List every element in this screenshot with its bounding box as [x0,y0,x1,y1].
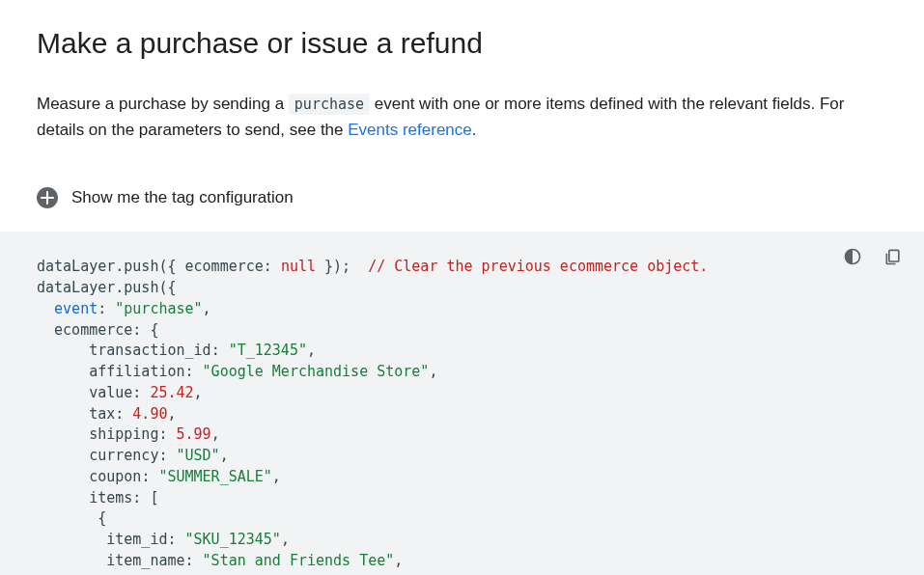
theme-icon [843,247,862,266]
intro-text-3: . [472,121,477,139]
intro-paragraph: Measure a purchase by sending a purchase… [37,91,887,143]
code-content: dataLayer.push({ ecommerce: null }); // … [37,257,887,575]
expand-tag-config[interactable]: Show me the tag configuration [37,181,887,232]
copy-button[interactable] [880,243,907,270]
events-reference-link[interactable]: Events reference [348,121,472,139]
expander-label: Show me the tag configuration [71,188,294,207]
page-title: Make a purchase or issue a refund [37,27,887,60]
inline-code-purchase: purchase [289,94,370,115]
code-block: dataLayer.push({ ecommerce: null }); // … [0,232,924,575]
theme-toggle-button[interactable] [839,243,866,270]
intro-text-1: Measure a purchase by sending a [37,95,289,113]
plus-icon [37,187,58,208]
copy-icon [883,247,903,266]
